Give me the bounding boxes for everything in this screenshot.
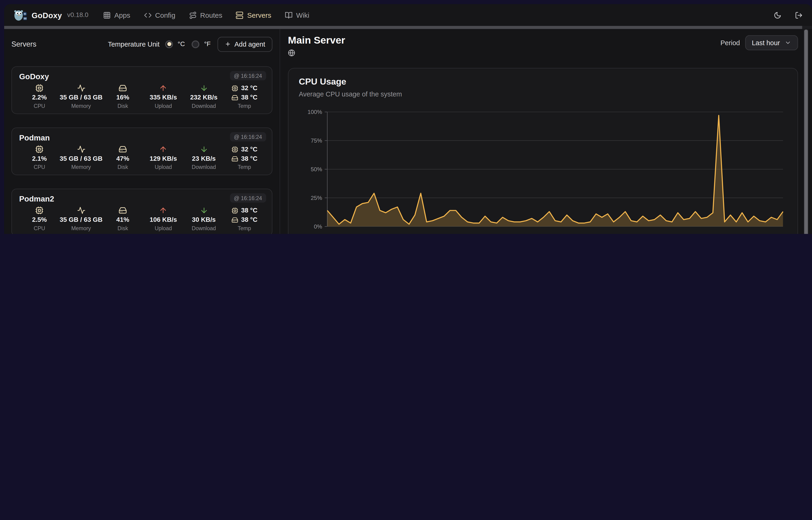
servers-sidebar: Servers Temperature Unit °C °F Add agent	[4, 29, 280, 234]
period-select[interactable]: Last hour	[745, 35, 798, 50]
arrow-down-icon	[200, 84, 208, 92]
brand-name: GoDoxy	[32, 11, 62, 20]
cpu-usage-chart[interactable]: 100%75%50%25%0%12:17 AM12:26 AM12:35 AM1…	[299, 102, 787, 234]
nav-item-apps[interactable]: Apps	[103, 11, 130, 19]
svg-text:01:09 AM: 01:09 AM	[637, 233, 662, 234]
svg-text:12:26 AM: 12:26 AM	[363, 233, 387, 234]
stat-download: 30 KB/s Download	[184, 206, 224, 232]
chart-title: CPU Usage	[299, 77, 787, 87]
nav-item-wiki[interactable]: Wiki	[285, 11, 309, 19]
logout-icon[interactable]	[795, 11, 803, 19]
fahrenheit-radio[interactable]	[192, 40, 199, 48]
upload-value: 106 KB/s	[150, 216, 177, 224]
nav-item-label: Routes	[200, 11, 222, 19]
add-agent-button[interactable]: Add agent	[218, 36, 272, 52]
cpu-label: CPU	[34, 164, 45, 170]
temp-label: Temp	[238, 103, 251, 109]
svg-text:100%: 100%	[308, 109, 322, 115]
app-root: GoDoxy v0.18.0 Apps Config Routes	[0, 0, 812, 234]
upload-value: 335 KB/s	[150, 94, 177, 101]
download-label: Download	[192, 103, 216, 109]
server-stats: 2.2% CPU 35 GB / 63 GB Memory 16% Disk	[19, 83, 264, 109]
stat-upload: 129 KB/s Upload	[143, 145, 184, 171]
memory-label: Memory	[71, 225, 91, 231]
celsius-radio[interactable]	[165, 40, 173, 48]
cpu-icon	[35, 206, 44, 214]
server-card-godoxy[interactable]: GoDoxy @ 16:16:24 2.2% CPU 35 GB / 63 GB…	[11, 67, 272, 114]
stat-download: 232 KB/s Download	[184, 83, 224, 109]
nav-item-label: Config	[155, 11, 175, 19]
grid-icon	[103, 11, 111, 19]
download-label: Download	[192, 164, 216, 170]
svg-text:12:57 AM: 12:57 AM	[546, 233, 570, 234]
nav-item-routes[interactable]: Routes	[189, 11, 222, 19]
stat-cpu: 2.1% CPU	[19, 145, 60, 171]
cpu-value: 2.1%	[32, 155, 47, 162]
disk-value: 41%	[116, 216, 130, 224]
app-window: GoDoxy v0.18.0 Apps Config Routes	[4, 4, 812, 234]
radio-dot	[167, 42, 171, 46]
temp-disk-value: 38 °C	[241, 155, 257, 162]
memory-value: 35 GB / 63 GB	[60, 155, 103, 162]
horizontal-scrollbar-thumb[interactable]	[4, 26, 803, 29]
navbar: GoDoxy v0.18.0 Apps Config Routes	[4, 4, 812, 26]
server-name: Podman	[19, 133, 50, 142]
vertical-scrollbar-thumb[interactable]	[804, 30, 808, 234]
brand[interactable]: GoDoxy v0.18.0	[13, 9, 88, 21]
temp-disk-value: 38 °C	[241, 216, 257, 224]
add-agent-label: Add agent	[234, 40, 265, 48]
hard-drive-icon	[231, 94, 238, 101]
arrow-down-icon	[200, 145, 208, 154]
upload-label: Upload	[155, 164, 172, 170]
nav-item-label: Wiki	[296, 11, 309, 19]
svg-text:75%: 75%	[311, 137, 322, 144]
stat-cpu: 2.5% CPU	[19, 206, 60, 232]
temp-disk-value: 38 °C	[241, 94, 257, 101]
nav-item-servers[interactable]: Servers	[236, 11, 271, 19]
cpu-value: 2.5%	[32, 216, 47, 224]
main-header: Main Server Period Last hour	[288, 34, 798, 59]
theme-toggle-moon-icon[interactable]	[774, 11, 781, 19]
stat-disk: 41% Disk	[103, 206, 143, 232]
svg-text:01:03 AM: 01:03 AM	[591, 233, 616, 234]
vertical-scrollbar[interactable]	[804, 30, 808, 234]
server-card-podman[interactable]: Podman @ 16:16:24 2.1% CPU 35 GB / 63 GB…	[11, 127, 272, 175]
brand-version: v0.18.0	[67, 11, 88, 19]
svg-text:0%: 0%	[314, 224, 322, 230]
celsius-label: °C	[178, 41, 185, 48]
server-timestamp: @ 16:16:24	[230, 193, 266, 203]
hard-drive-icon	[231, 155, 238, 162]
stat-disk: 16% Disk	[103, 83, 143, 109]
server-name: GoDoxy	[19, 72, 49, 81]
cpu-usage-card: CPU Usage Average CPU usage of the syste…	[288, 68, 798, 234]
stat-temp: 32 °C 38 °C Temp	[224, 83, 265, 109]
activity-icon	[77, 145, 85, 154]
server-timestamp: @ 16:16:24	[230, 132, 266, 141]
svg-text:12:51 AM: 12:51 AM	[500, 233, 524, 234]
nav-item-config[interactable]: Config	[144, 11, 175, 19]
cpu-label: CPU	[34, 103, 45, 109]
svg-text:01:21 AM: 01:21 AM	[729, 233, 753, 234]
server-stats: 2.5% CPU 35 GB / 63 GB Memory 41% Disk	[19, 206, 264, 232]
server-card-podman2[interactable]: Podman2 @ 16:16:24 2.5% CPU 35 GB / 63 G…	[11, 189, 272, 234]
svg-text:01:15 AM: 01:15 AM	[683, 233, 707, 234]
disk-value: 47%	[116, 155, 130, 162]
disk-value: 16%	[116, 94, 130, 101]
nav-item-label: Servers	[247, 11, 271, 19]
upload-value: 129 KB/s	[150, 155, 177, 162]
horizontal-scrollbar[interactable]	[4, 26, 812, 29]
nav-items: Apps Config Routes Servers Wiki	[103, 11, 309, 19]
download-value: 232 KB/s	[190, 94, 218, 101]
stat-memory: 35 GB / 63 GB Memory	[60, 145, 103, 171]
globe-icon[interactable]	[288, 49, 345, 58]
server-name: Podman2	[19, 194, 54, 203]
stat-upload: 106 KB/s Upload	[143, 206, 184, 232]
hard-drive-icon	[231, 216, 238, 223]
stat-temp: 32 °C 38 °C Temp	[224, 145, 265, 171]
hard-drive-icon	[119, 145, 127, 154]
arrow-up-icon	[159, 84, 168, 92]
cpu-icon	[231, 207, 238, 214]
stat-upload: 335 KB/s Upload	[143, 83, 184, 109]
sidebar-controls: Temperature Unit °C °F Add agent	[108, 36, 272, 52]
server-icon	[236, 11, 244, 19]
